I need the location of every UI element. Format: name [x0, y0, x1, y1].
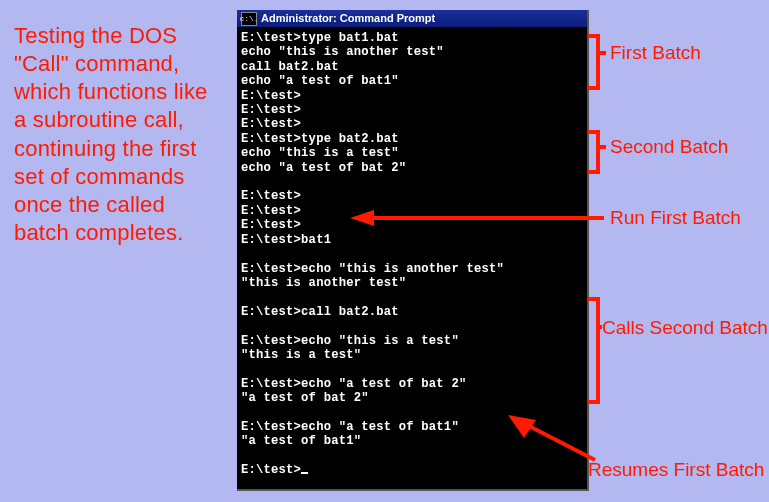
- bracket-first-batch: [588, 36, 598, 88]
- terminal-body[interactable]: E:\test>type bat1.bat echo "this is anot…: [237, 27, 587, 489]
- bracket-second-batch: [588, 132, 598, 172]
- window-title: Administrator: Command Prompt: [261, 10, 435, 27]
- bracket-calls-second: [588, 299, 598, 402]
- annotation-run-first: Run First Batch: [610, 207, 741, 229]
- command-prompt-window: c:\. Administrator: Command Prompt E:\te…: [237, 10, 589, 491]
- cmd-icon: c:\.: [241, 12, 257, 26]
- terminal-cursor: [301, 472, 308, 474]
- annotation-calls-second: Calls Second Batch: [602, 317, 768, 339]
- slide: Testing the DOS "Call" command, which fu…: [0, 0, 769, 502]
- window-titlebar[interactable]: c:\. Administrator: Command Prompt: [237, 10, 587, 27]
- slide-caption: Testing the DOS "Call" command, which fu…: [14, 22, 214, 247]
- annotation-resumes-first: Resumes First Batch: [588, 459, 764, 481]
- annotation-second-batch: Second Batch: [610, 136, 728, 158]
- annotation-first-batch: First Batch: [610, 42, 701, 64]
